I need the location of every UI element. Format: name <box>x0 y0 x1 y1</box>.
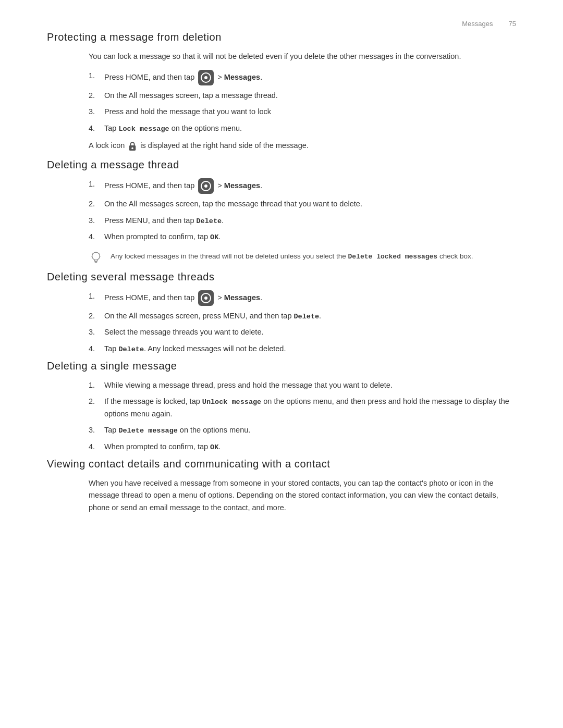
delete-label: Delete <box>293 313 319 320</box>
step-4: When prompted to confirm, tap OK. <box>89 441 516 453</box>
section-viewing-contact: Viewing contact details and communicatin… <box>47 458 516 514</box>
lock-icon <box>128 141 137 151</box>
lock-message-label: Lock message <box>118 125 169 133</box>
deleting-several-steps: Press HOME, and then tap > Messages. On … <box>89 290 516 355</box>
delete-label: Delete <box>197 217 222 225</box>
section-title-deleting-single: Deleting a single message <box>47 360 516 372</box>
deleting-single-steps: While viewing a message thread, press an… <box>89 379 516 453</box>
section-deleting-single: Deleting a single message While viewing … <box>47 360 516 453</box>
step-3: Select the message threads you want to d… <box>89 326 516 338</box>
messages-label: Messages <box>224 73 260 81</box>
svg-point-1 <box>132 147 134 150</box>
ok-label: OK <box>210 233 218 241</box>
section-title-viewing-contact: Viewing contact details and communicatin… <box>47 458 516 470</box>
step-3: Press and hold the message that you want… <box>89 106 516 118</box>
page: Messages 75 Protecting a message from de… <box>0 0 563 563</box>
app-icon <box>198 178 214 194</box>
page-header: Messages 75 <box>462 20 516 28</box>
section-deleting-thread: Deleting a message thread Press HOME, an… <box>47 159 516 265</box>
deleting-thread-steps: Press HOME, and then tap > Messages. On … <box>89 178 516 243</box>
step-3: Press MENU, and then tap Delete. <box>89 215 516 227</box>
app-icon <box>198 290 214 306</box>
step-3: Tap Delete message on the options menu. <box>89 424 516 437</box>
section-title-deleting-several: Deleting several message threads <box>47 271 516 283</box>
step-1: Press HOME, and then tap > Messages. <box>89 290 516 306</box>
bulb-note: Any locked messages in the thread will n… <box>89 251 516 266</box>
step-2: On the All messages screen, tap a messag… <box>89 90 516 102</box>
step-4: Tap Lock message on the options menu. <box>89 122 516 135</box>
unlock-message-label: Unlock message <box>202 398 261 406</box>
section-deleting-several: Deleting several message threads Press H… <box>47 271 516 355</box>
delete-label-2: Delete <box>118 346 144 353</box>
delete-locked-messages-label: Delete locked messages <box>348 253 438 261</box>
protecting-steps: Press HOME, and then tap > Messages. On … <box>89 70 516 134</box>
messages-label: Messages <box>224 293 260 302</box>
ok-label-2: OK <box>210 443 218 451</box>
section-title-protecting: Protecting a message from deletion <box>47 31 516 43</box>
step-1: Press HOME, and then tap > Messages. <box>89 178 516 194</box>
step-2: If the message is locked, tap Unlock mes… <box>89 396 516 420</box>
step-4: Tap Delete. Any locked messages will not… <box>89 343 516 355</box>
messages-label: Messages <box>224 181 260 190</box>
section-protecting: Protecting a message from deletion You c… <box>47 31 516 152</box>
page-number: 75 <box>509 20 516 28</box>
lock-icon-note: A lock icon is displayed at the right ha… <box>89 140 516 152</box>
bulb-note-text: Any locked messages in the thread will n… <box>111 251 473 263</box>
section-label: Messages <box>462 20 493 28</box>
bulb-icon <box>89 251 103 266</box>
delete-message-label: Delete message <box>118 427 177 435</box>
protecting-intro: You can lock a message so that it will n… <box>89 51 516 63</box>
app-icon <box>198 70 214 85</box>
step-2: On the All messages screen, tap the mess… <box>89 198 516 210</box>
viewing-contact-intro: When you have received a message from so… <box>89 477 516 514</box>
step-4: When prompted to confirm, tap OK. <box>89 231 516 243</box>
step-1: While viewing a message thread, press an… <box>89 379 516 391</box>
step-1: Press HOME, and then tap > Messages. <box>89 70 516 85</box>
section-title-deleting-thread: Deleting a message thread <box>47 159 516 171</box>
step-2: On the All messages screen, press MENU, … <box>89 310 516 323</box>
